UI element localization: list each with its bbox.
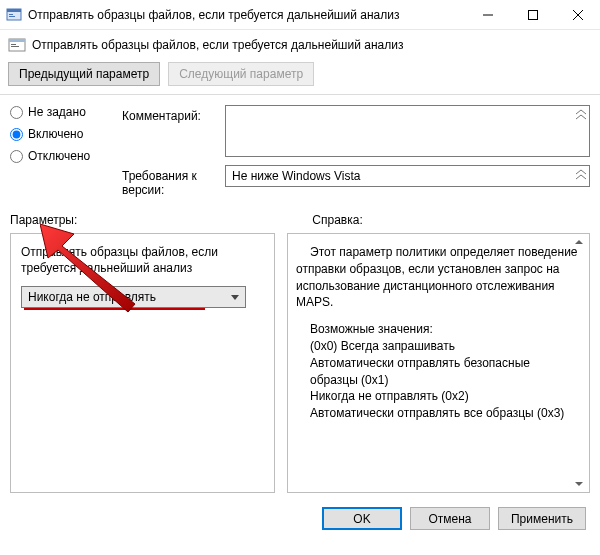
- param-combo[interactable]: Никогда не отправлять: [21, 286, 246, 308]
- help-p2: Возможные значения:: [296, 321, 581, 338]
- version-row: Требования к версии: Не ниже Windows Vis…: [122, 165, 590, 197]
- settings-area: Не задано Включено Отключено Комментарий…: [0, 94, 600, 197]
- help-scrollbar[interactable]: [571, 236, 587, 490]
- help-l2: Автоматически отправлять безопасные обра…: [310, 355, 581, 389]
- radio-enabled-label: Включено: [28, 127, 83, 141]
- ok-button[interactable]: OK: [322, 507, 402, 530]
- scroll-down-icon: [575, 482, 583, 486]
- prev-button[interactable]: Предыдущий параметр: [8, 62, 160, 86]
- section-headers: Параметры: Справка:: [0, 197, 600, 233]
- svg-rect-5: [528, 10, 537, 19]
- param-label: Отправлять образцы файлов, если требуетс…: [21, 244, 264, 276]
- expand-icon: [575, 109, 587, 121]
- help-p1: Этот параметр политики определяет поведе…: [296, 244, 581, 311]
- titlebar: Отправлять образцы файлов, если требуетс…: [0, 0, 600, 30]
- comment-input[interactable]: [225, 105, 590, 157]
- comment-label: Комментарий:: [122, 105, 217, 123]
- help-l4: Автоматически отправлять все образцы (0x…: [310, 405, 581, 422]
- apply-button[interactable]: Применить: [498, 507, 586, 530]
- radio-enabled-input[interactable]: [10, 128, 23, 141]
- dialog-buttons: OK Отмена Применить: [0, 493, 600, 530]
- svg-rect-1: [7, 9, 21, 12]
- params-panel: Отправлять образцы файлов, если требуетс…: [10, 233, 275, 493]
- radio-not-configured-input[interactable]: [10, 106, 23, 119]
- annotation-underline: [24, 308, 205, 310]
- help-panel: Этот параметр политики определяет поведе…: [287, 233, 590, 493]
- radio-disabled-input[interactable]: [10, 150, 23, 163]
- main-panels: Отправлять образцы файлов, если требуетс…: [0, 233, 600, 493]
- scroll-up-icon: [575, 240, 583, 244]
- subtitle-text: Отправлять образцы файлов, если требуетс…: [32, 38, 403, 52]
- help-l3: Никогда не отправлять (0x2): [310, 388, 581, 405]
- expand-icon: [575, 169, 587, 181]
- radio-disabled-label: Отключено: [28, 149, 90, 163]
- radio-not-configured-label: Не задано: [28, 105, 86, 119]
- state-radio-group: Не задано Включено Отключено: [10, 105, 115, 163]
- svg-rect-9: [9, 39, 25, 42]
- comment-row: Комментарий:: [122, 105, 590, 157]
- radio-not-configured[interactable]: Не задано: [10, 105, 115, 119]
- nav-row: Предыдущий параметр Следующий параметр: [0, 58, 600, 94]
- subtitle-row: Отправлять образцы файлов, если требуетс…: [0, 30, 600, 58]
- close-button[interactable]: [555, 0, 600, 30]
- params-header: Параметры:: [10, 213, 77, 227]
- svg-rect-11: [11, 46, 19, 47]
- svg-rect-3: [9, 16, 15, 17]
- window-title: Отправлять образцы файлов, если требуетс…: [28, 8, 465, 22]
- svg-rect-10: [11, 44, 16, 45]
- cancel-button[interactable]: Отмена: [410, 507, 490, 530]
- help-l1: (0x0) Всегда запрашивать: [310, 338, 581, 355]
- policy-icon: [8, 36, 26, 54]
- version-text: Не ниже Windows Vista: [232, 169, 361, 183]
- version-label: Требования к версии:: [122, 165, 217, 197]
- next-button: Следующий параметр: [168, 62, 314, 86]
- param-combo-value: Никогда не отправлять: [28, 290, 156, 304]
- app-icon: [6, 7, 22, 23]
- help-text: Этот параметр политики определяет поведе…: [296, 244, 581, 422]
- maximize-button[interactable]: [510, 0, 555, 30]
- minimize-button[interactable]: [465, 0, 510, 30]
- radio-enabled[interactable]: Включено: [10, 127, 115, 141]
- radio-disabled[interactable]: Отключено: [10, 149, 115, 163]
- chevron-down-icon: [231, 295, 239, 300]
- help-header: Справка:: [312, 213, 362, 227]
- version-value: Не ниже Windows Vista: [225, 165, 590, 187]
- svg-rect-2: [9, 14, 13, 15]
